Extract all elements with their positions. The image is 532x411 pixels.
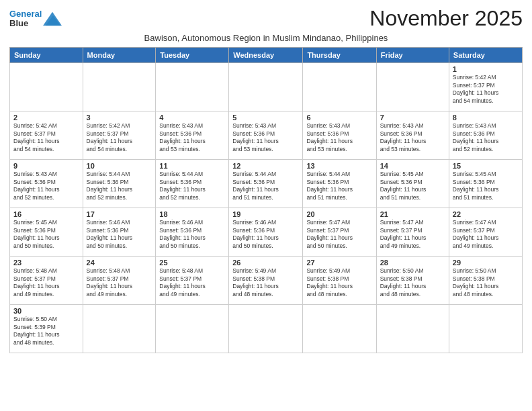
day-info: Sunrise: 5:45 AM Sunset: 5:36 PM Dayligh… <box>13 219 79 250</box>
calendar-cell-w1-d7: 1Sunrise: 5:42 AM Sunset: 5:37 PM Daylig… <box>449 63 522 111</box>
day-number: 18 <box>159 210 225 218</box>
calendar-cell-w6-d4 <box>229 305 303 353</box>
day-info: Sunrise: 5:46 AM Sunset: 5:36 PM Dayligh… <box>87 219 152 250</box>
day-number: 2 <box>13 113 79 122</box>
day-info: Sunrise: 5:50 AM Sunset: 5:39 PM Dayligh… <box>13 316 79 347</box>
calendar-cell-w1-d6 <box>376 63 449 111</box>
day-number: 1 <box>453 65 519 73</box>
calendar-cell-w1-d1 <box>10 63 83 111</box>
day-info: Sunrise: 5:43 AM Sunset: 5:36 PM Dayligh… <box>232 122 299 153</box>
logo-icon <box>43 11 62 26</box>
calendar-table: Sunday Monday Tuesday Wednesday Thursday… <box>9 47 523 353</box>
day-number: 30 <box>13 307 79 315</box>
calendar-cell-w5-d1: 23Sunrise: 5:48 AM Sunset: 5:37 PM Dayli… <box>10 257 83 305</box>
calendar-cell-w5-d6: 28Sunrise: 5:50 AM Sunset: 5:38 PM Dayli… <box>376 257 449 305</box>
calendar-cell-w2-d1: 2Sunrise: 5:42 AM Sunset: 5:37 PM Daylig… <box>10 111 83 160</box>
day-number: 9 <box>13 162 79 170</box>
day-info: Sunrise: 5:48 AM Sunset: 5:37 PM Dayligh… <box>159 267 225 298</box>
calendar-cell-w1-d2 <box>83 63 156 111</box>
week-row-4: 16Sunrise: 5:45 AM Sunset: 5:36 PM Dayli… <box>10 208 523 257</box>
calendar-cell-w5-d2: 24Sunrise: 5:48 AM Sunset: 5:37 PM Dayli… <box>83 257 156 305</box>
calendar-cell-w6-d1: 30Sunrise: 5:50 AM Sunset: 5:39 PM Dayli… <box>10 305 83 353</box>
day-number: 13 <box>306 162 372 170</box>
day-info: Sunrise: 5:47 AM Sunset: 5:37 PM Dayligh… <box>453 219 519 250</box>
calendar-cell-w4-d5: 20Sunrise: 5:47 AM Sunset: 5:37 PM Dayli… <box>303 208 376 257</box>
day-number: 4 <box>159 113 225 122</box>
calendar-cell-w3-d4: 12Sunrise: 5:44 AM Sunset: 5:36 PM Dayli… <box>229 160 303 208</box>
day-number: 24 <box>87 259 152 267</box>
day-info: Sunrise: 5:44 AM Sunset: 5:36 PM Dayligh… <box>87 171 152 201</box>
calendar-cell-w4-d2: 17Sunrise: 5:46 AM Sunset: 5:36 PM Dayli… <box>83 208 156 257</box>
col-monday: Monday <box>83 48 156 63</box>
day-number: 25 <box>159 259 225 267</box>
week-row-3: 9Sunrise: 5:43 AM Sunset: 5:36 PM Daylig… <box>10 160 523 208</box>
calendar-cell-w6-d6 <box>376 305 449 353</box>
calendar-cell-w4-d3: 18Sunrise: 5:46 AM Sunset: 5:36 PM Dayli… <box>156 208 229 257</box>
col-saturday: Saturday <box>449 48 522 63</box>
calendar-cell-w2-d4: 5Sunrise: 5:43 AM Sunset: 5:36 PM Daylig… <box>229 111 303 160</box>
day-number: 11 <box>159 162 225 170</box>
calendar-cell-w1-d5 <box>303 63 376 111</box>
calendar-cell-w2-d5: 6Sunrise: 5:43 AM Sunset: 5:36 PM Daylig… <box>303 111 376 160</box>
day-number: 5 <box>232 113 299 122</box>
calendar-cell-w4-d6: 21Sunrise: 5:47 AM Sunset: 5:37 PM Dayli… <box>376 208 449 257</box>
day-info: Sunrise: 5:42 AM Sunset: 5:37 PM Dayligh… <box>87 122 152 153</box>
calendar-cell-w2-d7: 8Sunrise: 5:43 AM Sunset: 5:36 PM Daylig… <box>449 111 522 160</box>
calendar-cell-w6-d2 <box>83 305 156 353</box>
col-friday: Friday <box>376 48 449 63</box>
calendar-cell-w6-d3 <box>156 305 229 353</box>
day-info: Sunrise: 5:45 AM Sunset: 5:36 PM Dayligh… <box>453 171 519 201</box>
title-area: November 2025 <box>369 7 523 30</box>
day-info: Sunrise: 5:42 AM Sunset: 5:37 PM Dayligh… <box>453 74 519 105</box>
week-row-1: 1Sunrise: 5:42 AM Sunset: 5:37 PM Daylig… <box>10 63 523 111</box>
day-info: Sunrise: 5:46 AM Sunset: 5:36 PM Dayligh… <box>159 219 225 250</box>
calendar-cell-w2-d2: 3Sunrise: 5:42 AM Sunset: 5:37 PM Daylig… <box>83 111 156 160</box>
calendar-cell-w1-d3 <box>156 63 229 111</box>
day-info: Sunrise: 5:49 AM Sunset: 5:38 PM Dayligh… <box>232 267 299 298</box>
col-thursday: Thursday <box>303 48 376 63</box>
calendar-cell-w6-d5 <box>303 305 376 353</box>
day-number: 26 <box>232 259 299 267</box>
day-info: Sunrise: 5:50 AM Sunset: 5:38 PM Dayligh… <box>380 267 445 298</box>
calendar-cell-w5-d3: 25Sunrise: 5:48 AM Sunset: 5:37 PM Dayli… <box>156 257 229 305</box>
day-number: 16 <box>13 210 79 218</box>
day-info: Sunrise: 5:49 AM Sunset: 5:38 PM Dayligh… <box>306 267 372 298</box>
day-number: 21 <box>380 210 445 218</box>
day-info: Sunrise: 5:44 AM Sunset: 5:36 PM Dayligh… <box>306 171 372 201</box>
week-row-6: 30Sunrise: 5:50 AM Sunset: 5:39 PM Dayli… <box>10 305 523 353</box>
day-info: Sunrise: 5:43 AM Sunset: 5:36 PM Dayligh… <box>306 122 372 153</box>
calendar-cell-w3-d2: 10Sunrise: 5:44 AM Sunset: 5:36 PM Dayli… <box>83 160 156 208</box>
calendar-cell-w3-d3: 11Sunrise: 5:44 AM Sunset: 5:36 PM Dayli… <box>156 160 229 208</box>
calendar-cell-w4-d1: 16Sunrise: 5:45 AM Sunset: 5:36 PM Dayli… <box>10 208 83 257</box>
day-info: Sunrise: 5:44 AM Sunset: 5:36 PM Dayligh… <box>159 171 225 201</box>
col-tuesday: Tuesday <box>156 48 229 63</box>
day-number: 19 <box>232 210 299 218</box>
calendar-cell-w5-d7: 29Sunrise: 5:50 AM Sunset: 5:38 PM Dayli… <box>449 257 522 305</box>
week-row-2: 2Sunrise: 5:42 AM Sunset: 5:37 PM Daylig… <box>10 111 523 160</box>
day-info: Sunrise: 5:47 AM Sunset: 5:37 PM Dayligh… <box>306 219 372 250</box>
day-info: Sunrise: 5:46 AM Sunset: 5:36 PM Dayligh… <box>232 219 299 250</box>
day-info: Sunrise: 5:48 AM Sunset: 5:37 PM Dayligh… <box>13 267 79 298</box>
calendar-cell-w5-d4: 26Sunrise: 5:49 AM Sunset: 5:38 PM Dayli… <box>229 257 303 305</box>
subtitle: Bawison, Autonomous Region in Muslim Min… <box>9 33 523 43</box>
calendar-cell-w4-d4: 19Sunrise: 5:46 AM Sunset: 5:36 PM Dayli… <box>229 208 303 257</box>
logo-text: GeneralBlue <box>9 9 42 29</box>
calendar-cell-w4-d7: 22Sunrise: 5:47 AM Sunset: 5:37 PM Dayli… <box>449 208 522 257</box>
col-sunday: Sunday <box>10 48 83 63</box>
day-number: 29 <box>453 259 519 267</box>
col-wednesday: Wednesday <box>229 48 303 63</box>
week-row-5: 23Sunrise: 5:48 AM Sunset: 5:37 PM Dayli… <box>10 257 523 305</box>
day-number: 27 <box>306 259 372 267</box>
calendar-cell-w3-d6: 14Sunrise: 5:45 AM Sunset: 5:36 PM Dayli… <box>376 160 449 208</box>
day-number: 14 <box>380 162 445 170</box>
day-number: 15 <box>453 162 519 170</box>
day-info: Sunrise: 5:50 AM Sunset: 5:38 PM Dayligh… <box>453 267 519 298</box>
calendar-cell-w3-d5: 13Sunrise: 5:44 AM Sunset: 5:36 PM Dayli… <box>303 160 376 208</box>
day-info: Sunrise: 5:43 AM Sunset: 5:36 PM Dayligh… <box>159 122 225 153</box>
day-number: 12 <box>232 162 299 170</box>
calendar-cell-w5-d5: 27Sunrise: 5:49 AM Sunset: 5:38 PM Dayli… <box>303 257 376 305</box>
day-number: 20 <box>306 210 372 218</box>
day-info: Sunrise: 5:43 AM Sunset: 5:36 PM Dayligh… <box>13 171 79 201</box>
day-info: Sunrise: 5:47 AM Sunset: 5:37 PM Dayligh… <box>380 219 445 250</box>
day-number: 17 <box>87 210 152 218</box>
